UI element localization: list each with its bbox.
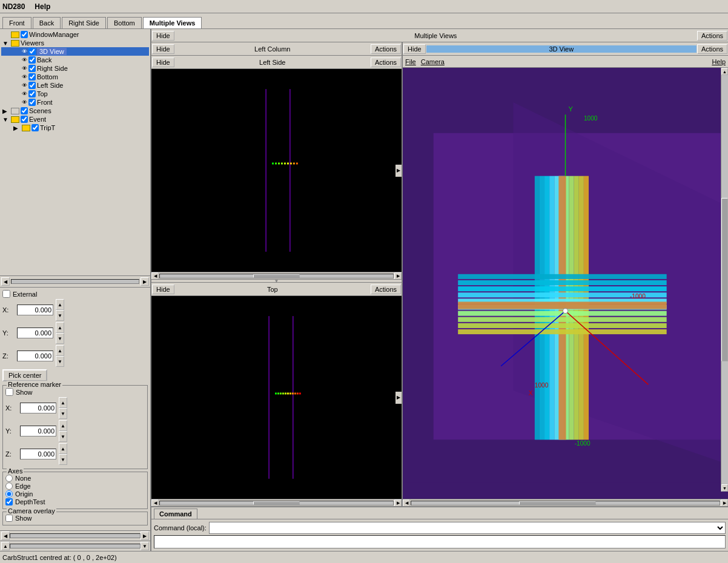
tree-check-bottom[interactable] <box>28 73 36 81</box>
tree-check-rightside[interactable] <box>28 65 36 72</box>
tree-check-3dview[interactable] <box>28 48 36 55</box>
tree-item-rightside[interactable]: 👁 Right Side <box>1 64 149 73</box>
ref-show-checkbox[interactable] <box>5 388 13 396</box>
top-scroll-thumb[interactable] <box>253 501 300 505</box>
camera-show-checkbox[interactable] <box>5 515 13 522</box>
left-vscroll-track[interactable] <box>10 544 141 548</box>
tree-item-front[interactable]: 👁 Front <box>1 98 149 107</box>
tree-toggle-viewers[interactable]: ▼ <box>2 40 11 47</box>
y-spin-up[interactable]: ▲ <box>56 322 64 333</box>
x-spin-down[interactable]: ▼ <box>56 310 64 321</box>
ref-z-down[interactable]: ▼ <box>59 454 67 465</box>
ref-x-up[interactable]: ▲ <box>59 397 67 408</box>
tree-check-top[interactable] <box>28 90 36 97</box>
tree-check-tript[interactable] <box>31 124 39 131</box>
left-vscroll-down[interactable]: ▼ <box>141 542 149 550</box>
left-side-viewport[interactable]: ▶ <box>151 69 402 272</box>
view-expand-right[interactable]: ▶ <box>395 165 402 177</box>
3d-scroll-track[interactable] <box>411 501 720 505</box>
top-scroll-right[interactable]: ▶ <box>394 499 402 507</box>
hide-btn-3d[interactable]: Hide <box>403 44 426 54</box>
help-link[interactable]: Help <box>712 58 726 65</box>
tab-bottom[interactable]: Bottom <box>107 17 142 28</box>
top-view-expand-right[interactable]: ▶ <box>395 392 402 404</box>
tree-item-bottom[interactable]: 👁 Bottom <box>1 73 149 81</box>
pick-center-button[interactable]: Pick center <box>2 369 47 381</box>
3d-scroll-left[interactable]: ◀ <box>403 499 410 507</box>
tree-check-back[interactable] <box>28 56 36 64</box>
tree-check-scenes[interactable] <box>21 107 28 114</box>
ref-z-up[interactable]: ▲ <box>59 443 67 454</box>
actions-btn-top[interactable]: Actions <box>697 31 727 41</box>
top-scroll-track[interactable] <box>159 501 394 505</box>
actions-btn-top-view[interactable]: Actions <box>371 285 401 294</box>
scroll-left-btn[interactable]: ◀ <box>1 277 10 286</box>
command-local-select[interactable] <box>209 522 726 534</box>
y-spin-down[interactable]: ▼ <box>56 333 64 344</box>
tree-item-3dview[interactable]: 👁 3D View <box>1 47 149 56</box>
3d-scroll-thumb[interactable] <box>519 501 596 505</box>
x-input[interactable] <box>17 305 53 315</box>
left-scroll-right[interactable]: ▶ <box>141 532 149 540</box>
depth-test-checkbox[interactable] <box>5 498 13 505</box>
vscroll-thumb[interactable] <box>721 198 728 361</box>
vscroll-up[interactable]: ▲ <box>721 68 728 75</box>
hide-btn-leftside[interactable]: Hide <box>152 58 174 67</box>
z-spin-up[interactable]: ▲ <box>56 345 64 356</box>
left-side-scroll-left[interactable]: ◀ <box>151 272 159 280</box>
ref-x-input[interactable] <box>20 403 56 413</box>
x-spin-up[interactable]: ▲ <box>56 299 64 310</box>
tab-front[interactable]: Front <box>2 17 31 28</box>
tree-item-viewers[interactable]: ▼ Viewers <box>1 39 149 47</box>
hide-btn-leftcol[interactable]: Hide <box>152 44 174 54</box>
file-menu[interactable]: File <box>405 58 416 65</box>
vscroll-down[interactable]: ▼ <box>721 484 728 492</box>
left-scroll-track[interactable] <box>10 533 141 538</box>
ref-z-input[interactable] <box>20 449 56 459</box>
tab-multiple-views[interactable]: Multiple Views <box>143 17 202 28</box>
tab-back[interactable]: Back <box>33 17 61 28</box>
tree-item-scenes[interactable]: ▶ Scenes <box>1 107 149 115</box>
left-side-scroll-track[interactable] <box>159 274 394 278</box>
tree-check-front[interactable] <box>28 99 36 106</box>
left-vscroll-up[interactable]: ▲ <box>1 542 10 550</box>
ref-y-down[interactable]: ▼ <box>59 431 67 442</box>
tree-item-tript[interactable]: ▶ TripT <box>1 123 149 132</box>
tree-item-back[interactable]: 👁 Back <box>1 56 149 64</box>
tree-check-leftside[interactable] <box>28 82 36 89</box>
tree-item-windowmanager[interactable]: WindowManager <box>1 30 149 39</box>
left-side-scroll-right[interactable]: ▶ <box>394 272 402 280</box>
ref-y-input[interactable] <box>20 426 56 436</box>
z-input[interactable] <box>17 351 53 361</box>
top-scroll-left[interactable]: ◀ <box>151 499 159 507</box>
tree-item-leftside[interactable]: 👁 Left Side <box>1 81 149 90</box>
top-viewport[interactable]: ▶ <box>151 296 402 499</box>
axes-origin-radio[interactable] <box>5 490 13 498</box>
left-side-scroll-thumb[interactable] <box>253 274 300 278</box>
hide-btn-top-view[interactable]: Hide <box>152 285 174 294</box>
tree-item-event[interactable]: ▼ Event <box>1 115 149 123</box>
hide-btn-top[interactable]: Hide <box>152 31 174 41</box>
external-checkbox[interactable] <box>2 290 10 298</box>
tree-item-top[interactable]: 👁 Top <box>1 90 149 98</box>
actions-btn-3d[interactable]: Actions <box>697 44 727 54</box>
actions-btn-leftside[interactable]: Actions <box>371 58 401 67</box>
camera-menu[interactable]: Camera <box>421 58 445 65</box>
vscroll-track[interactable] <box>721 75 728 484</box>
command-text-input[interactable] <box>154 535 726 548</box>
3d-scroll-right[interactable]: ▶ <box>721 499 728 507</box>
y-input[interactable] <box>17 328 53 338</box>
ref-y-up[interactable]: ▲ <box>59 420 67 431</box>
viewport-3d[interactable]: Y 1000 -1000 1000 X -1000 <box>403 68 728 499</box>
menu-item-help[interactable]: Help <box>30 1 55 12</box>
axes-edge-radio[interactable] <box>5 482 13 490</box>
scroll-track-h[interactable] <box>11 279 139 284</box>
scroll-right-btn[interactable]: ▶ <box>141 277 149 286</box>
axes-none-radio[interactable] <box>5 475 13 482</box>
z-spin-down[interactable]: ▼ <box>56 356 64 367</box>
tree-check-windowmanager[interactable] <box>21 31 28 38</box>
command-tab[interactable]: Command <box>154 509 197 519</box>
actions-btn-leftcol[interactable]: Actions <box>371 44 401 54</box>
tree-check-event[interactable] <box>21 116 28 123</box>
tab-right-side[interactable]: Right Side <box>62 17 106 28</box>
